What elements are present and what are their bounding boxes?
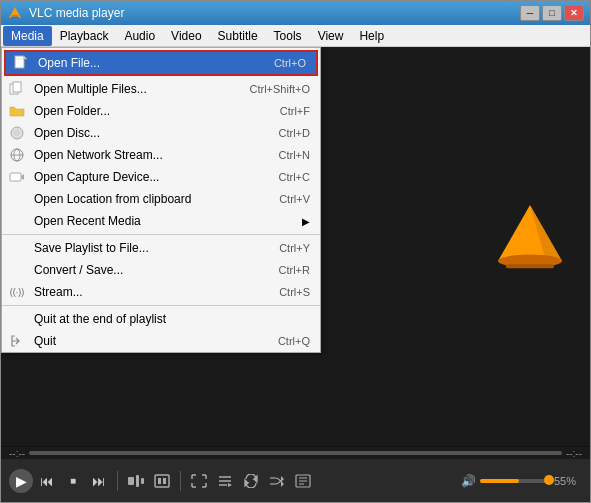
open-capture-shortcut: Ctrl+C [279,171,310,183]
maximize-button[interactable]: □ [542,5,562,21]
progress-bar-container[interactable]: --:-- --:-- [1,447,590,459]
open-location-item[interactable]: Open Location from clipboard Ctrl+V [2,188,320,210]
open-capture-icon [8,168,26,186]
extended-button[interactable] [291,469,315,493]
minimize-button[interactable]: ─ [520,5,540,21]
vlc-logo-icon [7,5,23,21]
shuffle-button[interactable] [265,469,289,493]
quit-icon [8,332,26,350]
frame-button[interactable] [150,469,174,493]
svg-marker-4 [24,56,27,59]
open-recent-label: Open Recent Media [34,214,141,228]
next-button[interactable]: ⏭ [87,469,111,493]
svg-marker-33 [281,476,284,482]
svg-marker-34 [281,481,284,487]
svg-rect-7 [13,82,21,92]
save-playlist-label: Save Playlist to File... [34,241,149,255]
menubar: Media Playback Audio Video Subtitle Tool… [1,25,590,47]
open-multiple-files-item[interactable]: Open Multiple Files... Ctrl+Shift+O [2,78,320,100]
playlist-button[interactable] [213,469,237,493]
svg-rect-2 [11,17,19,18]
menu-playback[interactable]: Playback [52,26,117,46]
open-folder-icon [8,102,26,120]
stream-shortcut: Ctrl+S [279,286,310,298]
menu-help[interactable]: Help [351,26,392,46]
quit-end-icon [8,310,26,328]
fullscreen-button[interactable] [187,469,211,493]
open-disc-label: Open Disc... [34,126,100,140]
open-network-shortcut: Ctrl+N [279,149,310,161]
open-folder-shortcut: Ctrl+F [280,105,310,117]
open-file-shortcut: Ctrl+O [274,57,306,69]
quit-end-label: Quit at the end of playlist [34,312,166,326]
svg-rect-22 [136,475,139,487]
volume-area: 🔊 55% [461,474,582,488]
play-button[interactable]: ▶ [9,469,33,493]
save-playlist-icon [8,239,26,257]
menu-view[interactable]: View [310,26,352,46]
open-recent-item[interactable]: Open Recent Media ▶ [2,210,320,232]
svg-rect-19 [510,259,550,264]
menu-video[interactable]: Video [163,26,209,46]
menu-media[interactable]: Media [3,26,52,46]
svg-point-10 [16,132,18,134]
slower-button[interactable] [124,469,148,493]
open-disc-icon [8,124,26,142]
open-disc-item[interactable]: Open Disc... Ctrl+D [2,122,320,144]
open-capture-item[interactable]: Open Capture Device... Ctrl+C [2,166,320,188]
separator-controls-2 [180,471,181,491]
time-elapsed: --:-- [5,448,29,459]
quit-end-playlist-item[interactable]: Quit at the end of playlist [2,308,320,330]
content-area: Open File... Ctrl+O Open Multiple Files.… [1,47,590,446]
file-icon [13,55,29,71]
open-disc-shortcut: Ctrl+D [279,127,310,139]
stream-label: Stream... [34,285,83,299]
volume-fill [480,479,519,483]
submenu-arrow-icon: ▶ [302,216,310,227]
stream-item[interactable]: ((·)) Stream... Ctrl+S [2,281,320,303]
volume-knob[interactable] [544,475,554,485]
svg-rect-3 [15,56,24,68]
menu-tools[interactable]: Tools [266,26,310,46]
svg-rect-20 [506,264,554,268]
convert-save-item[interactable]: Convert / Save... Ctrl+R [2,259,320,281]
open-file-item[interactable]: Open File... Ctrl+O [6,52,316,74]
vlc-cone-graphic [490,197,570,277]
volume-track[interactable] [480,479,550,483]
open-capture-label: Open Capture Device... [34,170,159,184]
quit-item[interactable]: Quit Ctrl+Q [2,330,320,352]
open-folder-label: Open Folder... [34,104,110,118]
svg-rect-24 [155,475,169,487]
svg-rect-1 [12,15,18,17]
controls-bottom: ▶ ⏮ ■ ⏭ [1,459,590,502]
open-multiple-icon [8,80,26,98]
menu-audio[interactable]: Audio [116,26,163,46]
open-network-item[interactable]: Open Network Stream... Ctrl+N [2,144,320,166]
open-location-label: Open Location from clipboard [34,192,191,206]
open-location-icon [8,190,26,208]
open-folder-item[interactable]: Open Folder... Ctrl+F [2,100,320,122]
progress-track[interactable] [29,451,562,455]
menu-subtitle[interactable]: Subtitle [210,26,266,46]
quit-label: Quit [34,334,56,348]
media-dropdown: Open File... Ctrl+O Open Multiple Files.… [1,47,321,353]
open-multiple-shortcut: Ctrl+Shift+O [249,83,310,95]
convert-save-shortcut: Ctrl+R [279,264,310,276]
stop-button[interactable]: ■ [61,469,85,493]
open-recent-icon [8,212,26,230]
vlc-window: VLC media player ─ □ ✕ Media Playback Au… [0,0,591,503]
open-location-shortcut: Ctrl+V [279,193,310,205]
open-file-icon [12,54,30,72]
convert-save-label: Convert / Save... [34,263,123,277]
loop-button[interactable] [239,469,263,493]
convert-save-icon [8,261,26,279]
titlebar-buttons: ─ □ ✕ [520,5,584,21]
svg-rect-25 [158,478,161,484]
open-network-icon [8,146,26,164]
close-button[interactable]: ✕ [564,5,584,21]
prev-button[interactable]: ⏮ [35,469,59,493]
separator-2 [2,305,320,306]
separator-1 [2,234,320,235]
save-playlist-item[interactable]: Save Playlist to File... Ctrl+Y [2,237,320,259]
separator-controls-1 [117,471,118,491]
